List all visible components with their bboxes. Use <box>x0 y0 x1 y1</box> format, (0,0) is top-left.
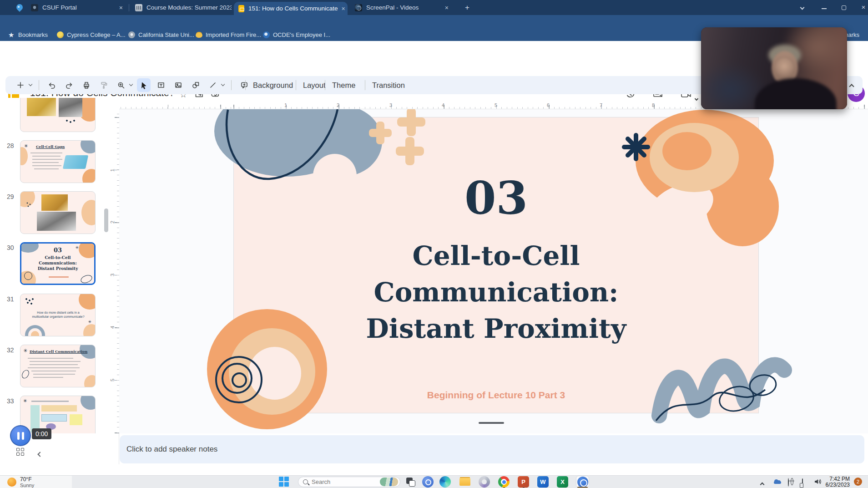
camera-dropdown-caret-icon[interactable] <box>695 94 698 102</box>
slide-thumbnail-28[interactable]: Cell-Cell Gaps ✳ <box>20 140 96 183</box>
window-restore-button[interactable] <box>840 4 848 12</box>
slide-number: 32 <box>7 346 14 354</box>
browser-tab-screenpal[interactable]: ScreenPal - Videos × <box>350 0 453 15</box>
collapse-filmstrip-chevron-icon[interactable] <box>38 450 42 458</box>
cast-device-icon[interactable] <box>802 478 803 487</box>
ocde-favicon <box>263 31 270 38</box>
notes-drag-handle[interactable] <box>479 422 504 424</box>
background-button[interactable]: Background <box>250 79 296 91</box>
insert-image-button[interactable] <box>172 78 185 92</box>
title-line: Cell-to-Cell <box>234 238 758 274</box>
insert-line-button[interactable] <box>206 78 220 92</box>
onedrive-cloud-icon[interactable] <box>773 478 782 484</box>
search-icon <box>303 479 308 484</box>
file-explorer-icon[interactable] <box>459 478 470 486</box>
insert-comment-button[interactable] <box>237 78 251 92</box>
powerpoint-icon[interactable]: P <box>518 476 529 488</box>
deco-blob <box>84 375 96 387</box>
window-close-button[interactable]: × <box>859 3 868 11</box>
bookmark-item-imported[interactable]: Imported From Fire... <box>196 28 261 41</box>
browser-tab-csuf[interactable]: CSUF Portal × <box>26 0 127 15</box>
undo-button[interactable] <box>45 78 59 92</box>
tab-close-icon[interactable]: × <box>116 4 123 11</box>
slide-page[interactable]: 03 Cell-to-Cell Communication: Distant P… <box>233 117 759 413</box>
insert-shape-button[interactable] <box>189 78 202 92</box>
tab-close-icon[interactable]: × <box>441 4 449 11</box>
new-slide-caret-icon[interactable] <box>29 82 32 86</box>
weather-widget[interactable]: 70°F Sunny <box>0 476 72 488</box>
transition-button[interactable]: Transition <box>369 79 408 91</box>
zoom-caret-icon[interactable] <box>129 82 133 86</box>
deco-dots <box>25 298 36 307</box>
redo-button[interactable] <box>62 78 76 92</box>
layout-button[interactable]: Layout <box>300 79 328 91</box>
chrome-icon[interactable] <box>498 476 510 488</box>
search-input[interactable] <box>312 478 371 485</box>
network-icon[interactable] <box>788 478 789 487</box>
thumb-title: Cell-to-Cell <box>21 255 94 260</box>
toolbar-separator <box>325 80 325 90</box>
search-daily-image[interactable] <box>380 478 398 486</box>
notification-badge[interactable]: 2 <box>854 478 862 486</box>
deco-blob <box>82 169 96 183</box>
folder-icon <box>196 33 202 38</box>
slide-thumbnail-27[interactable] <box>20 98 96 132</box>
paint-format-button[interactable] <box>97 78 111 92</box>
collapse-toolbar-chevron-icon[interactable] <box>850 82 853 90</box>
loop-app-icon[interactable] <box>479 476 490 488</box>
taskbar-search[interactable] <box>298 477 400 487</box>
screenpal-favicon <box>355 4 362 11</box>
text-box-button[interactable] <box>154 78 168 92</box>
slide-thumbnail-30-selected[interactable]: ✳ 03 Cell-to-Cell Communication: Distant… <box>20 242 96 285</box>
grid-view-icon[interactable] <box>16 448 24 456</box>
theme-button[interactable]: Theme <box>329 79 358 91</box>
filmstrip-scrollbar[interactable] <box>104 208 108 232</box>
edge-icon[interactable] <box>439 476 451 488</box>
slide-thumbnail-32[interactable]: ✳ Distant Cell Communication <box>20 345 96 387</box>
recording-pause-button[interactable] <box>10 425 31 446</box>
task-view-button[interactable] <box>405 476 416 488</box>
tab-label: ScreenPal - Videos <box>366 4 419 11</box>
slide-number: 28 <box>7 142 14 149</box>
bookmark-item-ocde[interactable]: OCDE's Employee I... <box>263 28 330 41</box>
browser-tab-slides-active[interactable]: 151: How do Cells Communicate × <box>234 2 348 15</box>
thumb-image <box>27 98 56 116</box>
slide-thumbnail-29[interactable] <box>20 191 96 234</box>
taskbar-clock[interactable]: 7:42 PM 6/23/2023 <box>817 476 850 488</box>
toolbar-separator <box>231 80 232 90</box>
deco-blob <box>79 294 96 310</box>
zoom-button[interactable] <box>114 78 128 92</box>
widgets-app-icon[interactable] <box>422 476 434 488</box>
slide-canvas[interactable]: 03 Cell-to-Cell Communication: Distant P… <box>119 109 868 433</box>
new-slide-button[interactable] <box>14 78 27 92</box>
slide-thumbnail-31[interactable]: ✳ How do more distant cells in a multice… <box>20 294 96 336</box>
tab-close-icon[interactable]: × <box>338 5 345 12</box>
slide-subtitle[interactable]: Beginning of Lecture 10 Part 3 <box>234 390 758 401</box>
excel-icon[interactable]: X <box>557 476 568 488</box>
start-button[interactable] <box>278 476 290 488</box>
screenpal-app-active[interactable] <box>576 476 589 488</box>
toolbar-separator <box>245 80 246 90</box>
ruler-number: 1 <box>284 102 287 108</box>
line-caret-icon[interactable] <box>221 82 225 86</box>
window-menu-chevron-icon[interactable] <box>798 3 806 11</box>
bookmark-item-bookmarks[interactable]: ★ Bookmarks <box>8 28 48 41</box>
browser-tab-course-modules[interactable]: Course Modules: Summer 2023 × <box>131 0 232 15</box>
text-bar <box>32 159 62 160</box>
word-icon[interactable]: W <box>537 476 549 488</box>
tray-hidden-icons-chevron[interactable] <box>761 480 764 488</box>
ruler-number: 7 <box>600 102 602 108</box>
pinned-tab-icon[interactable] <box>15 3 24 12</box>
new-tab-button[interactable]: + <box>462 3 472 13</box>
ruler-number: 2 <box>110 221 115 224</box>
slide-thumbnail-33[interactable]: ✳ <box>20 396 96 433</box>
speaker-notes-panel[interactable]: Click to add speaker notes <box>120 435 864 463</box>
bookmark-item-cypress[interactable]: Cypress College – A... <box>57 28 126 41</box>
webcam-overlay[interactable] <box>701 27 847 109</box>
print-button[interactable] <box>80 78 93 92</box>
window-minimize-button[interactable] <box>820 3 828 11</box>
slide-title[interactable]: Cell-to-Cell Communication: Distant Prox… <box>234 238 758 347</box>
bookmark-item-calstate[interactable]: California State Uni... <box>128 28 194 41</box>
slide-section-number[interactable]: 03 <box>234 171 758 225</box>
select-tool-button[interactable] <box>137 78 151 92</box>
